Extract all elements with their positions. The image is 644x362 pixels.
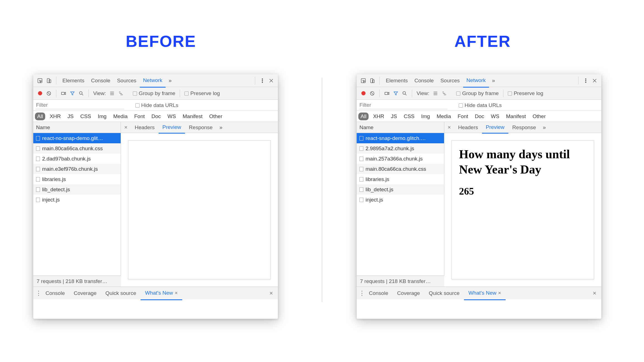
clear-icon[interactable] (369, 90, 376, 97)
request-row[interactable]: lib_detect.js (33, 184, 121, 195)
close-devtools-icon[interactable] (591, 77, 598, 84)
drawer-console[interactable]: Console (41, 287, 69, 300)
camera-icon[interactable] (384, 90, 390, 97)
large-rows-icon[interactable] (432, 90, 439, 97)
more-tabs-icon[interactable] (167, 77, 173, 84)
request-row[interactable]: main.257a366a.chunk.js (357, 154, 444, 164)
drawer-quick-source[interactable]: Quick source (424, 287, 464, 300)
preserve-log-checkbox[interactable]: Preserve log (184, 90, 220, 96)
filter-xhr[interactable]: XHR (371, 113, 386, 120)
more-detail-tabs-icon[interactable] (541, 124, 548, 131)
inspect-element-icon[interactable] (37, 77, 43, 84)
kebab-menu-icon[interactable] (259, 77, 266, 84)
filter-ws[interactable]: WS (165, 113, 178, 120)
request-row[interactable]: inject.js (357, 195, 444, 205)
more-detail-tabs-icon[interactable] (218, 124, 224, 131)
name-column-header[interactable]: Name (357, 122, 444, 133)
filter-input[interactable] (36, 101, 124, 109)
close-devtools-icon[interactable] (268, 77, 275, 84)
close-tab-icon[interactable]: × (498, 290, 501, 296)
request-row[interactable]: 2.dad97bab.chunk.js (33, 154, 121, 164)
request-row[interactable]: main.80ca66ca.chunk.css (357, 164, 444, 174)
filter-manifest[interactable]: Manifest (504, 113, 528, 120)
preserve-log-checkbox[interactable]: Preserve log (508, 90, 543, 96)
filter-ws[interactable]: WS (489, 113, 502, 120)
request-row[interactable]: main.e3ef976b.chunk.js (33, 164, 121, 174)
filter-css[interactable]: CSS (78, 113, 93, 120)
drawer-whats-new[interactable]: What's New× (141, 287, 182, 300)
search-icon[interactable] (401, 90, 408, 97)
filter-js[interactable]: JS (65, 113, 76, 120)
filter-funnel-icon[interactable] (392, 90, 399, 97)
filter-other[interactable]: Other (207, 113, 225, 120)
tab-network[interactable]: Network (463, 74, 489, 88)
filter-other[interactable]: Other (530, 113, 548, 120)
close-details-icon[interactable]: × (121, 124, 131, 131)
filter-funnel-icon[interactable] (69, 90, 76, 97)
tab-console[interactable]: Console (411, 74, 437, 87)
device-toolbar-icon[interactable] (45, 77, 52, 84)
hide-data-urls-checkbox[interactable]: Hide data URLs (459, 102, 502, 108)
search-icon[interactable] (78, 90, 85, 97)
filter-img[interactable]: Img (96, 113, 109, 120)
large-rows-icon[interactable] (109, 90, 115, 97)
request-row[interactable]: libraries.js (357, 174, 444, 184)
filter-xhr[interactable]: XHR (47, 113, 63, 120)
tab-response[interactable]: Response (508, 122, 540, 133)
request-row[interactable]: main.80ca66ca.chunk.css (33, 143, 121, 154)
more-tabs-icon[interactable] (490, 77, 497, 84)
filter-manifest[interactable]: Manifest (180, 113, 205, 120)
tab-preview[interactable]: Preview (482, 122, 509, 134)
tab-preview[interactable]: Preview (159, 122, 185, 134)
tab-sources[interactable]: Sources (114, 74, 140, 87)
drawer-quick-source[interactable]: Quick source (101, 287, 141, 300)
inspect-element-icon[interactable] (360, 77, 367, 84)
hide-data-urls-checkbox[interactable]: Hide data URLs (135, 102, 178, 108)
tab-elements[interactable]: Elements (59, 74, 88, 87)
drawer-console[interactable]: Console (364, 287, 393, 300)
name-column-header[interactable]: Name (33, 122, 121, 133)
filter-all[interactable]: All (35, 113, 45, 120)
tab-sources[interactable]: Sources (437, 74, 463, 87)
request-row[interactable]: lib_detect.js (357, 184, 444, 195)
tab-response[interactable]: Response (185, 122, 217, 133)
group-by-frame-checkbox[interactable]: Group by frame (133, 90, 175, 96)
filter-doc[interactable]: Doc (473, 113, 486, 120)
filter-img[interactable]: Img (419, 113, 432, 120)
filter-font[interactable]: Font (455, 113, 470, 120)
close-details-icon[interactable]: × (444, 124, 454, 131)
tab-headers[interactable]: Headers (131, 122, 159, 133)
device-toolbar-icon[interactable] (369, 77, 376, 84)
record-icon[interactable] (37, 90, 43, 97)
request-row[interactable]: react-no-snap-demo.glit… (33, 133, 121, 143)
filter-css[interactable]: CSS (401, 113, 417, 120)
drawer-menu-icon[interactable]: ⋮ (36, 290, 41, 297)
drawer-coverage[interactable]: Coverage (393, 287, 424, 300)
filter-all[interactable]: All (358, 113, 369, 120)
drawer-whats-new[interactable]: What's New× (464, 287, 506, 300)
request-row[interactable]: libraries.js (33, 174, 121, 184)
filter-input[interactable] (359, 101, 448, 109)
camera-icon[interactable] (60, 90, 67, 97)
request-row[interactable]: 2.9895a7a2.chunk.js (357, 143, 444, 154)
tab-headers[interactable]: Headers (454, 122, 482, 133)
close-drawer-icon[interactable]: × (267, 290, 276, 297)
kebab-menu-icon[interactable] (582, 77, 589, 84)
group-by-frame-checkbox[interactable]: Group by frame (456, 90, 499, 96)
drawer-coverage[interactable]: Coverage (69, 287, 101, 300)
tab-console[interactable]: Console (88, 74, 114, 87)
filter-media[interactable]: Media (111, 113, 130, 120)
filter-js[interactable]: JS (389, 113, 399, 120)
filter-media[interactable]: Media (434, 113, 453, 120)
request-row[interactable]: react-snap-demo.glitch.… (357, 133, 444, 143)
record-icon[interactable] (360, 90, 367, 97)
tab-elements[interactable]: Elements (382, 74, 411, 87)
waterfall-icon[interactable] (441, 90, 448, 97)
filter-doc[interactable]: Doc (149, 113, 163, 120)
close-tab-icon[interactable]: × (175, 290, 178, 296)
request-row[interactable]: inject.js (33, 195, 121, 205)
clear-icon[interactable] (45, 90, 52, 97)
waterfall-icon[interactable] (118, 90, 124, 97)
drawer-menu-icon[interactable]: ⋮ (359, 290, 364, 297)
close-drawer-icon[interactable]: × (590, 290, 599, 297)
